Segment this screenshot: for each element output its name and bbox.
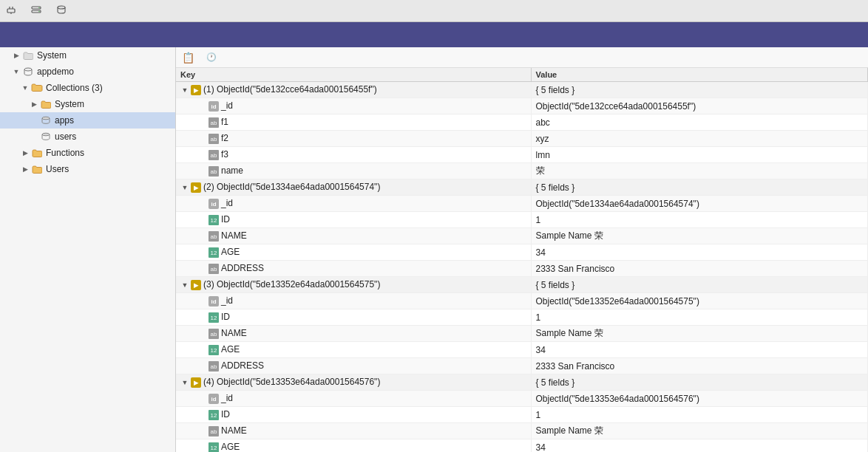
table-row[interactable]: id_idObjectId("5de13353e64ada0001564576"… [176, 391, 868, 407]
key-text: ADDRESS [221, 360, 264, 371]
table-row[interactable]: abf3lmn [176, 147, 868, 163]
key-text: f3 [221, 149, 228, 160]
value-text: xyz [531, 131, 868, 147]
table-row[interactable]: abNAMESample Name 荣 [176, 423, 868, 439]
collections-chevron-icon: ▼ [21, 83, 30, 92]
key-text: ID [221, 214, 230, 225]
svg-point-7 [38, 11, 40, 13]
users-top-folder-icon [31, 165, 43, 174]
value-text: 2333 San Francisco [531, 261, 868, 277]
table-row[interactable]: ▼▶(2) ObjectId("5de1334ae64ada0001564574… [176, 179, 868, 196]
table-row[interactable]: abNAMESample Name 荣 [176, 326, 868, 342]
table-row[interactable]: abname荣 [176, 163, 868, 179]
table-row[interactable]: ▼▶(3) ObjectId("5de13352e64ada0001564575… [176, 277, 868, 293]
table-row[interactable]: ▼▶(4) ObjectId("5de13353e64ada0001564576… [176, 374, 868, 391]
clock-icon: 🕐 [206, 52, 217, 62]
key-text: _id [221, 198, 233, 208]
table-row[interactable]: abADDRESS2333 San Francisco [176, 261, 868, 277]
table-row[interactable]: id_idObjectId("5de1334ae64ada0001564574"… [176, 196, 868, 212]
value-column-header: Value [531, 68, 868, 82]
value-text: lmn [531, 147, 868, 163]
value-text: 34 [531, 342, 868, 358]
key-text: _id [221, 393, 233, 403]
expand-btn[interactable]: ▼ [180, 86, 189, 95]
localhost-btn[interactable] [31, 4, 44, 17]
table-row[interactable]: 12ID1 [176, 309, 868, 326]
appdemo-btn[interactable] [56, 4, 69, 17]
expand-btn[interactable]: ▼ [180, 183, 189, 192]
sidebar-appdemo-label: appdemo [37, 66, 74, 77]
sidebar-item-users-top[interactable]: ▶ Users [0, 161, 175, 177]
key-text: f1 [221, 117, 228, 127]
results-time: 🕐 [206, 52, 219, 62]
table-row[interactable]: 12ID1 [176, 212, 868, 228]
functions-chevron-icon: ▶ [21, 148, 30, 157]
key-text: f2 [221, 133, 228, 143]
expand-btn[interactable]: ▼ [180, 281, 189, 290]
expand-btn[interactable]: ▼ [180, 378, 189, 387]
svg-point-11 [42, 133, 50, 136]
key-text: AGE [221, 442, 240, 452]
key-text: name [221, 165, 243, 176]
table-row[interactable]: 12AGE34 [176, 244, 868, 261]
results-table: Key Value ▼▶(1) ObjectId("5de132cce64ada… [176, 68, 868, 452]
new-connection-btn[interactable] [6, 4, 19, 17]
table-row[interactable]: abf2xyz [176, 131, 868, 147]
svg-rect-0 [7, 9, 15, 13]
system-sub-folder-icon [40, 100, 52, 109]
key-text: NAME [221, 425, 247, 436]
key-text: NAME [221, 230, 247, 241]
key-text: (4) ObjectId("5de13353e64ada0001564576") [203, 377, 380, 387]
top-bar [0, 0, 868, 22]
key-text: (1) ObjectId("5de132cce64ada000156455f") [203, 84, 377, 95]
content-area: 📋 🕐 Key Value ▼▶(1) ObjectId("5de132cce6… [176, 47, 868, 452]
sidebar-users-top-label: Users [46, 164, 69, 174]
table-row[interactable]: id_idObjectId("5de132cce64ada000156455f"… [176, 98, 868, 114]
value-text: Sample Name 荣 [531, 423, 868, 439]
value-text: 1 [531, 407, 868, 423]
svg-point-6 [38, 7, 40, 9]
table-row[interactable]: abf1abc [176, 114, 868, 131]
main-layout: ▶ System ▼ appdemo ▼ Collections (3) ▶ [0, 47, 868, 452]
table-row[interactable]: id_idObjectId("5de13352e64ada0001564575"… [176, 293, 868, 309]
key-text: AGE [221, 247, 240, 257]
value-text: ObjectId("5de1334ae64ada0001564574") [531, 196, 868, 212]
table-row[interactable]: abADDRESS2333 San Francisco [176, 358, 868, 374]
sidebar-item-collections[interactable]: ▼ Collections (3) [0, 80, 175, 96]
results-header: 📋 🕐 [176, 47, 868, 68]
value-text: abc [531, 114, 868, 131]
sidebar-system-label: System [37, 50, 67, 61]
value-text: { 5 fields } [531, 277, 868, 293]
sidebar-item-system-sub[interactable]: ▶ System [0, 96, 175, 112]
users-top-chevron-icon: ▶ [21, 165, 30, 174]
query-bar [0, 22, 868, 47]
table-row[interactable]: abNAMESample Name 荣 [176, 228, 868, 244]
value-text: 1 [531, 309, 868, 326]
sidebar-item-functions[interactable]: ▶ Functions [0, 145, 175, 161]
sidebar-item-apps[interactable]: ▶ apps [0, 112, 175, 129]
results-table-container: Key Value ▼▶(1) ObjectId("5de132cce64ada… [176, 68, 868, 452]
table-row[interactable]: 12AGE34 [176, 439, 868, 453]
value-text: 34 [531, 244, 868, 261]
functions-folder-icon [31, 148, 43, 157]
sidebar-item-appdemo[interactable]: ▼ appdemo [0, 64, 175, 80]
sidebar-item-system[interactable]: ▶ System [0, 47, 175, 64]
key-text: AGE [221, 344, 240, 355]
value-text: 34 [531, 439, 868, 453]
value-text: Sample Name 荣 [531, 228, 868, 244]
svg-point-9 [24, 68, 32, 71]
value-text: 1 [531, 212, 868, 228]
db-small-icon [22, 67, 34, 76]
results-header-icon: 📋 [182, 52, 194, 64]
chevron-right-icon: ▶ [12, 51, 21, 60]
users-collection-icon [40, 132, 52, 141]
sidebar-item-users[interactable]: ▶ users [0, 129, 175, 145]
table-row[interactable]: 12ID1 [176, 407, 868, 423]
table-row[interactable]: 12AGE34 [176, 342, 868, 358]
plug-icon [6, 4, 16, 17]
table-row[interactable]: ▼▶(1) ObjectId("5de132cce64ada000156455f… [176, 82, 868, 98]
system-sub-chevron-icon: ▶ [30, 100, 38, 109]
sidebar-system-sub-label: System [55, 99, 84, 109]
sidebar-collections-label: Collections (3) [46, 83, 103, 93]
key-column-header: Key [176, 68, 531, 82]
